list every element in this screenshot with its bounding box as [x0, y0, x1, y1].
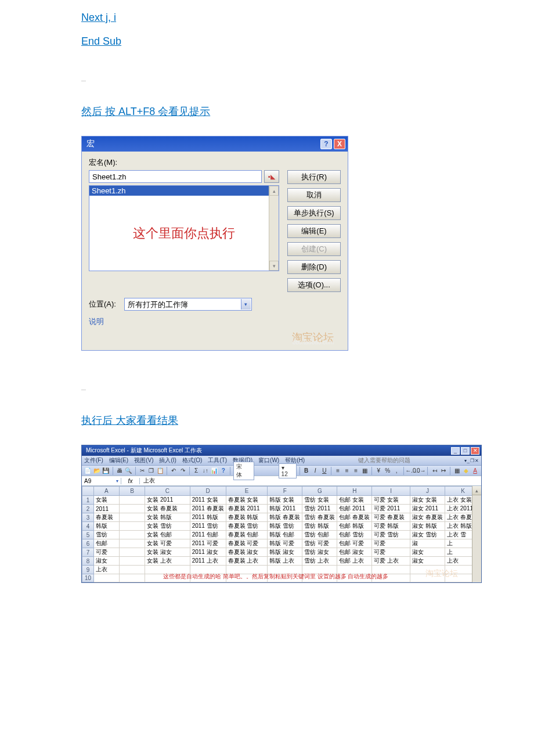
cell[interactable]: 女装 春夏装 — [145, 505, 190, 513]
copy-icon[interactable]: ❐ — [147, 467, 155, 475]
edit-button[interactable]: 编辑(E) — [287, 224, 341, 238]
cell[interactable]: 可爱 — [372, 539, 410, 548]
column-header[interactable]: A — [93, 487, 119, 496]
cell[interactable]: 2011 淑女 — [190, 548, 226, 557]
align-center-icon[interactable]: ≡ — [343, 467, 351, 475]
cell[interactable]: 包邮 雪纺 — [337, 531, 372, 539]
menu-edit[interactable]: 编辑(E) — [109, 456, 128, 465]
cell[interactable]: 可爱 韩版 — [372, 522, 410, 531]
cell[interactable]: 雪纺 上衣 — [302, 557, 337, 566]
cell[interactable]: 淑女 2011 — [410, 505, 445, 513]
dec-indent-icon[interactable]: ↤ — [431, 467, 438, 475]
cell[interactable]: 淑女 — [410, 548, 445, 557]
sum-icon[interactable]: Σ — [193, 467, 200, 475]
cell[interactable]: 女装 上衣 — [145, 557, 190, 566]
cell[interactable]: 女装 — [93, 496, 119, 505]
menu-tools[interactable]: 工具(T) — [208, 456, 227, 465]
redo-icon[interactable]: ↷ — [179, 467, 186, 475]
cut-icon[interactable]: ✂ — [138, 467, 146, 475]
column-header[interactable]: D — [190, 487, 226, 496]
cell[interactable]: 淑女 春夏装 — [410, 513, 445, 522]
collapse-dialog-icon[interactable]: ▪◣ — [264, 170, 279, 183]
delete-button[interactable]: 删除(D) — [287, 260, 341, 274]
cell[interactable]: 韩版 上衣 — [268, 557, 302, 566]
cell[interactable]: 淑女 — [410, 557, 445, 566]
cell[interactable]: 韩版 春夏装 — [268, 513, 302, 522]
column-header[interactable]: H — [337, 487, 372, 496]
name-box[interactable]: A9 ▾ — [82, 478, 121, 484]
cell[interactable] — [119, 574, 145, 582]
dec-decimal-icon[interactable]: .0→ — [416, 467, 424, 475]
cell[interactable]: 春夏装 韩版 — [226, 513, 268, 522]
cell[interactable]: 韩版 包邮 — [268, 531, 302, 539]
paste-icon[interactable]: 📋 — [157, 467, 164, 475]
cell[interactable]: 包邮 可爱 — [337, 539, 372, 548]
cell[interactable]: 雪纺 包邮 — [302, 531, 337, 539]
cell[interactable]: 雪纺 淑女 — [302, 548, 337, 557]
cell[interactable]: 韩版 雪纺 — [268, 522, 302, 531]
cell[interactable]: 2011 上衣 — [190, 557, 226, 566]
borders-icon[interactable]: ▦ — [453, 467, 461, 475]
minimize-icon[interactable]: _ — [451, 447, 460, 455]
row-header[interactable]: 3 — [82, 513, 94, 522]
cell[interactable] — [93, 574, 119, 582]
open-icon[interactable]: 📂 — [93, 467, 101, 475]
cell[interactable]: 韩版 2011 — [268, 505, 302, 513]
cell[interactable]: 女装 2011 — [145, 496, 190, 505]
row-header[interactable]: 2 — [82, 505, 94, 513]
cell[interactable]: 淑 — [410, 539, 445, 548]
cell[interactable]: 女装 淑女 — [145, 548, 190, 557]
column-header[interactable]: B — [119, 487, 145, 496]
cell[interactable]: 春夏装 上衣 — [226, 557, 268, 566]
preview-icon[interactable]: 🔍 — [125, 467, 132, 475]
chart-icon[interactable]: 📊 — [211, 467, 218, 475]
cell[interactable]: 包邮 淑女 — [337, 548, 372, 557]
cell[interactable] — [119, 557, 145, 566]
column-header[interactable]: C — [145, 487, 190, 496]
fx-icon[interactable]: fx — [121, 478, 140, 484]
bold-icon[interactable]: B — [302, 467, 310, 475]
cell[interactable]: 包邮 女装 — [337, 496, 372, 505]
cell[interactable]: 韩版 女装 — [268, 496, 302, 505]
fill-color-icon[interactable]: ◆ — [463, 467, 470, 475]
vertical-scrollbar[interactable]: ▴ — [472, 486, 481, 582]
step-into-button[interactable]: 单步执行(S) — [287, 206, 341, 220]
inc-decimal-icon[interactable]: ←.0 — [406, 467, 414, 475]
cell[interactable]: 上衣 — [93, 566, 119, 574]
help-icon[interactable]: ? — [320, 139, 332, 149]
font-name-dropdown[interactable]: 宋体 — [233, 462, 254, 480]
column-header[interactable]: G — [302, 487, 337, 496]
font-size-dropdown[interactable]: ▾ 12 — [279, 463, 297, 478]
cell[interactable]: 2011 雪纺 — [190, 522, 226, 531]
cell[interactable]: 淑女 女装 — [410, 496, 445, 505]
run-button[interactable]: 执行(R) — [287, 170, 341, 184]
cell[interactable]: 春夏装 女装 — [226, 496, 268, 505]
cell[interactable] — [119, 522, 145, 531]
cell[interactable]: 可爱 — [93, 548, 119, 557]
cell[interactable] — [119, 505, 145, 513]
cell[interactable]: 2011 韩版 — [190, 513, 226, 522]
row-header[interactable]: 5 — [82, 531, 94, 539]
align-right-icon[interactable]: ≡ — [352, 467, 360, 475]
column-header[interactable]: E — [226, 487, 268, 496]
cell[interactable]: 可爱 上衣 — [372, 557, 410, 566]
cell[interactable]: 可爱 — [372, 548, 410, 557]
save-icon[interactable]: 💾 — [102, 467, 110, 475]
cell[interactable] — [119, 513, 145, 522]
cell[interactable]: 韩版 — [93, 522, 119, 531]
cell[interactable]: 包邮 2011 — [337, 505, 372, 513]
cell[interactable]: 雪纺 — [93, 531, 119, 539]
doc-restore-icon[interactable]: _ — [467, 458, 470, 463]
undo-icon[interactable]: ↶ — [170, 467, 178, 475]
cell[interactable]: 2011 — [93, 505, 119, 513]
row-header[interactable]: 9 — [82, 566, 94, 574]
align-left-icon[interactable]: ≡ — [334, 467, 342, 475]
cell[interactable]: 2011 女装 — [190, 496, 226, 505]
font-color-icon[interactable]: A — [471, 467, 479, 475]
column-header[interactable]: F — [268, 487, 302, 496]
menu-window[interactable]: 窗口(W) — [258, 456, 279, 465]
cell[interactable]: 2011 可爱 — [190, 539, 226, 548]
cell[interactable]: 春夏装 — [93, 513, 119, 522]
comma-icon[interactable]: , — [393, 467, 400, 475]
cell[interactable]: 春夏装 可爱 — [226, 539, 268, 548]
